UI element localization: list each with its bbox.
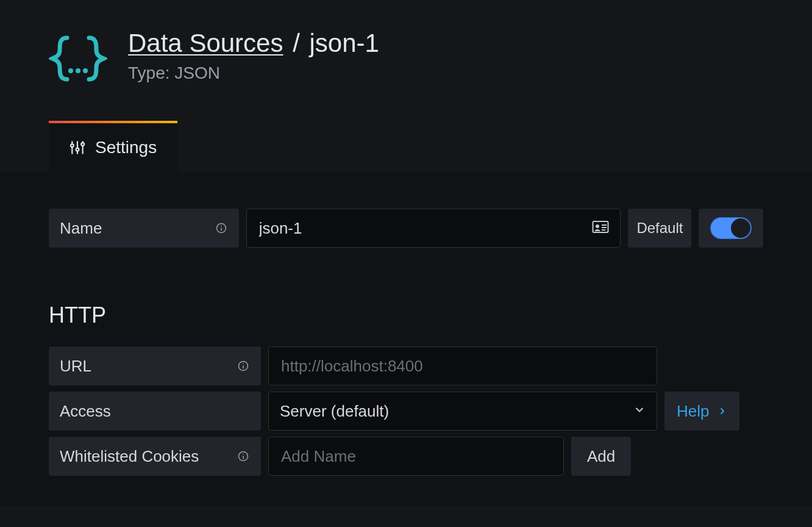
add-button-label: Add — [587, 447, 615, 466]
url-row: URL — [49, 346, 763, 385]
access-label: Access — [49, 392, 261, 431]
sliders-icon — [69, 140, 85, 156]
name-input[interactable] — [258, 218, 585, 238]
help-label: Help — [677, 402, 709, 421]
breadcrumb: Data Sources / json-1 — [128, 29, 379, 57]
cookies-row: Whitelisted Cookies Add — [49, 437, 763, 476]
info-icon[interactable] — [237, 450, 250, 463]
id-card-icon — [592, 220, 609, 237]
access-row: Access Server (default) Help — [49, 392, 763, 431]
svg-point-22 — [243, 453, 244, 454]
info-icon[interactable] — [215, 221, 228, 235]
settings-content: Name Def — [0, 172, 812, 506]
help-button[interactable]: Help — [664, 392, 739, 431]
name-label: Name — [49, 209, 239, 248]
cookies-input[interactable] — [280, 446, 552, 467]
breadcrumb-root-link[interactable]: Data Sources — [128, 29, 283, 57]
http-section-title: HTTP — [49, 303, 763, 328]
svg-point-19 — [243, 363, 244, 364]
tab-settings-label: Settings — [95, 138, 157, 157]
page-header: Data Sources / json-1 Type: JSON — [0, 0, 812, 88]
cookies-label-text: Whitelisted Cookies — [60, 447, 199, 466]
tab-settings[interactable]: Settings — [49, 121, 177, 172]
toggle-track — [710, 217, 752, 239]
svg-point-13 — [596, 224, 599, 228]
toggle-knob — [731, 218, 750, 238]
name-label-text: Name — [60, 219, 102, 238]
cookies-label: Whitelisted Cookies — [49, 437, 261, 476]
chevron-down-icon — [633, 404, 646, 418]
access-select[interactable]: Server (default) — [268, 392, 657, 431]
url-input[interactable] — [280, 356, 646, 376]
name-row: Name Def — [49, 209, 763, 248]
access-label-text: Access — [60, 402, 111, 421]
svg-point-2 — [83, 68, 88, 73]
default-label-text: Default — [636, 220, 683, 237]
tab-bar: Settings — [0, 121, 812, 172]
url-label: URL — [49, 346, 261, 385]
add-button[interactable]: Add — [571, 437, 631, 476]
default-label: Default — [628, 209, 691, 248]
info-icon[interactable] — [237, 359, 250, 373]
chevron-right-icon — [718, 406, 727, 416]
svg-point-8 — [81, 143, 84, 146]
svg-point-11 — [221, 225, 222, 226]
svg-point-6 — [71, 144, 74, 147]
default-toggle[interactable] — [699, 209, 763, 248]
svg-point-7 — [76, 148, 79, 151]
url-input-wrap — [268, 346, 657, 385]
cookies-input-wrap — [268, 437, 564, 476]
breadcrumb-current: json-1 — [309, 29, 379, 57]
json-logo-icon — [49, 29, 107, 88]
access-value: Server (default) — [280, 402, 389, 421]
name-input-wrap — [246, 209, 621, 248]
breadcrumb-separator: / — [293, 29, 300, 57]
url-label-text: URL — [60, 357, 91, 376]
svg-point-1 — [76, 68, 80, 73]
type-subtitle: Type: JSON — [128, 63, 379, 83]
svg-point-0 — [68, 68, 73, 73]
